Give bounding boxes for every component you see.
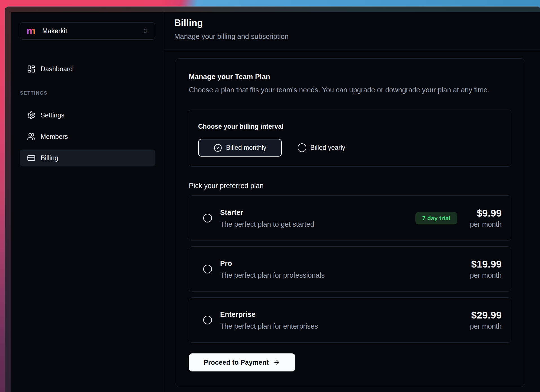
app-content: m Makerkit Dashboard SETTINGS Settings bbox=[11, 12, 540, 392]
plan-card-enterprise[interactable]: Enterprise The perfect plan for enterpri… bbox=[189, 297, 511, 343]
plan-pricing: 7 day trial $9.99 per month bbox=[415, 208, 502, 228]
sidebar: m Makerkit Dashboard SETTINGS Settings bbox=[11, 12, 164, 392]
billed-yearly-option[interactable]: Billed yearly bbox=[298, 143, 345, 152]
sidebar-item-settings[interactable]: Settings bbox=[20, 107, 155, 124]
billed-monthly-label: Billed monthly bbox=[226, 144, 266, 152]
app-window: m Makerkit Dashboard SETTINGS Settings bbox=[5, 6, 540, 392]
main-content: Billing Manage your billing and subscrip… bbox=[164, 12, 540, 392]
plan-period: per month bbox=[470, 220, 502, 228]
users-icon bbox=[27, 132, 36, 141]
arrow-right-icon bbox=[273, 359, 280, 366]
plan-name: Enterprise bbox=[220, 310, 318, 318]
radio-circle-icon bbox=[298, 143, 306, 152]
plan-name: Pro bbox=[220, 259, 325, 267]
plan-card-pro[interactable]: Pro The perfect plan for professionals $… bbox=[189, 246, 511, 292]
billing-interval-label: Choose your billing interval bbox=[198, 123, 502, 130]
plan-card-starter[interactable]: Starter The perfect plan to get started … bbox=[189, 195, 511, 241]
price-stack: $9.99 per month bbox=[470, 208, 502, 228]
billing-interval-options: Billed monthly Billed yearly bbox=[198, 139, 502, 157]
plan-price: $9.99 bbox=[477, 208, 502, 218]
plan-period: per month bbox=[470, 322, 502, 330]
sidebar-item-dashboard[interactable]: Dashboard bbox=[20, 61, 155, 77]
gear-icon bbox=[27, 111, 36, 119]
plan-description: The perfect plan for professionals bbox=[220, 271, 325, 279]
sidebar-item-label: Billing bbox=[41, 154, 58, 162]
plan-info: Pro The perfect plan for professionals bbox=[220, 259, 325, 279]
sidebar-item-label: Dashboard bbox=[41, 65, 73, 73]
makerkit-logo: m bbox=[26, 26, 36, 36]
price-stack: $19.99 per month bbox=[470, 259, 502, 279]
plan-price: $29.99 bbox=[471, 310, 502, 320]
billing-interval-card: Choose your billing interval Billed mont… bbox=[189, 110, 511, 167]
team-plan-card: Manage your Team Plan Choose a plan that… bbox=[175, 58, 525, 387]
plan-pricing: $19.99 per month bbox=[470, 259, 502, 279]
plan-description: The perfect plan to get started bbox=[220, 220, 314, 228]
radio-circle-icon[interactable] bbox=[203, 265, 212, 273]
plan-info: Enterprise The perfect plan for enterpri… bbox=[220, 310, 318, 330]
team-plan-description: Choose a plan that fits your team's need… bbox=[189, 86, 511, 94]
page-header: Billing Manage your billing and subscrip… bbox=[164, 12, 540, 50]
page-title: Billing bbox=[174, 19, 540, 27]
sidebar-item-label: Settings bbox=[41, 112, 65, 119]
billed-yearly-label: Billed yearly bbox=[310, 144, 345, 152]
sidebar-item-label: Members bbox=[41, 133, 68, 141]
team-selector[interactable]: m Makerkit bbox=[20, 22, 155, 40]
team-plan-title: Manage your Team Plan bbox=[189, 73, 511, 81]
sidebar-section-settings: SETTINGS bbox=[20, 90, 155, 97]
sidebar-item-billing[interactable]: Billing bbox=[20, 150, 155, 166]
plan-description: The perfect plan for enterprises bbox=[220, 322, 318, 330]
circle-check-icon bbox=[214, 144, 222, 152]
sidebar-item-members[interactable]: Members bbox=[20, 128, 155, 145]
plan-pricing: $29.99 per month bbox=[470, 310, 502, 330]
proceed-to-payment-button[interactable]: Proceed to Payment bbox=[189, 353, 295, 371]
plan-name: Starter bbox=[220, 208, 314, 216]
chevrons-up-down-icon bbox=[142, 28, 149, 34]
page-subtitle: Manage your billing and subscription bbox=[174, 33, 540, 40]
proceed-button-label: Proceed to Payment bbox=[204, 358, 269, 366]
credit-card-icon bbox=[27, 154, 36, 162]
plan-info: Starter The perfect plan to get started bbox=[220, 208, 314, 228]
team-name: Makerkit bbox=[42, 27, 67, 35]
trial-badge: 7 day trial bbox=[415, 212, 457, 224]
plan-period: per month bbox=[470, 271, 502, 279]
billed-monthly-option[interactable]: Billed monthly bbox=[198, 139, 282, 157]
price-stack: $29.99 per month bbox=[470, 310, 502, 330]
radio-circle-icon[interactable] bbox=[203, 214, 212, 222]
plan-price: $19.99 bbox=[471, 259, 502, 269]
radio-circle-icon[interactable] bbox=[203, 316, 212, 324]
window-frame-top bbox=[5, 7, 540, 12]
pick-plan-label: Pick your preferred plan bbox=[189, 181, 511, 190]
window-frame-left bbox=[5, 7, 11, 392]
layout-dashboard-icon bbox=[27, 65, 36, 73]
